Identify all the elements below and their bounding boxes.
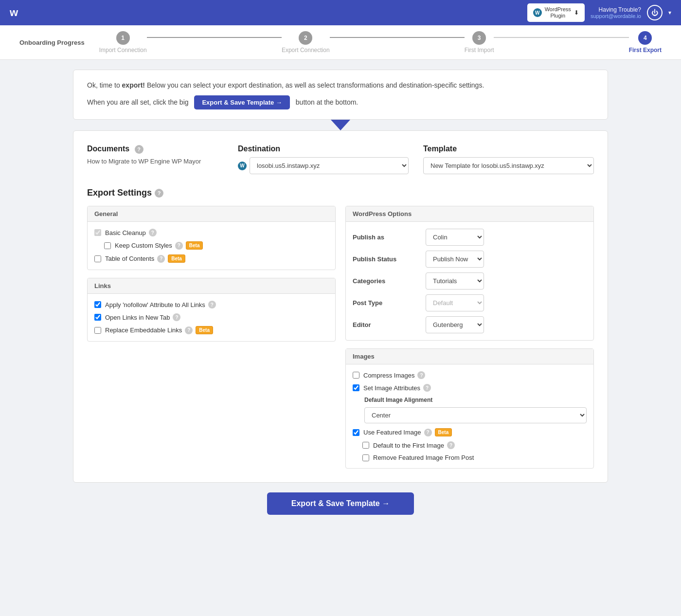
use-featured-beta-badge: Beta	[435, 428, 452, 436]
template-col: Template New Template for losobi.us5.ins…	[423, 145, 594, 174]
categories-label: Categories	[353, 277, 421, 285]
step-name-1: Import Connection	[99, 47, 147, 54]
general-section: General Basic Cleanup ? Kee	[87, 206, 336, 270]
alignment-select[interactable]: Center	[364, 407, 587, 423]
table-of-contents-label: Table of Contents ? Beta	[105, 254, 185, 263]
destination-select[interactable]: losobi.us5.instawp.xyz	[250, 157, 409, 174]
default-first-row: Default to the First Image ?	[362, 441, 587, 449]
step-circle-1: 1	[116, 31, 130, 45]
table-of-contents-checkbox[interactable]	[94, 255, 101, 262]
keep-custom-styles-checkbox[interactable]	[104, 242, 111, 249]
publish-status-field: Publish Now	[426, 251, 587, 268]
header-right: W WordPress Plugin ⬇ Having Trouble? sup…	[527, 3, 671, 22]
progress-bar: Onboarding Progress 1 Import Connection …	[0, 25, 681, 60]
step-name-4: First Export	[629, 47, 662, 54]
step-line-1	[147, 37, 282, 38]
set-image-attr-row: Set Image Attributes ?	[353, 384, 587, 392]
wordpress-icon: W	[533, 8, 542, 17]
info-text-1: Ok, time to export! Below you can select…	[87, 80, 594, 91]
compress-images-checkbox[interactable]	[353, 372, 359, 379]
open-new-tab-row: Open Links in New Tab ?	[94, 313, 328, 321]
step-circle-4: 4	[638, 31, 652, 45]
main-content: Ok, time to export! Below you can select…	[63, 70, 618, 529]
table-of-contents-row: Table of Contents ? Beta	[94, 254, 328, 263]
images-header: Images	[346, 349, 593, 364]
wp-plugin-label: WordPress Plugin	[545, 6, 571, 19]
default-first-checkbox[interactable]	[362, 442, 369, 449]
embeddable-checkbox[interactable]	[94, 327, 101, 334]
publish-as-label: Publish as	[353, 234, 421, 241]
destination-col: Destination W losobi.us5.instawp.xyz	[238, 145, 409, 174]
categories-field: Tutorials	[426, 272, 587, 290]
step-name-3: First Import	[465, 47, 494, 54]
post-type-select[interactable]: Default	[426, 294, 484, 311]
use-featured-checkbox[interactable]	[353, 429, 359, 436]
keep-custom-styles-row: Keep Custom Styles ? Beta	[104, 241, 328, 250]
step-first-import: 3 First Import	[465, 31, 494, 54]
basic-cleanup-row: Basic Cleanup ?	[94, 229, 328, 236]
nofollow-label: Apply 'nofollow' Attribute to All Links …	[105, 301, 216, 308]
post-type-label: Post Type	[353, 299, 421, 307]
nofollow-help-icon: ?	[208, 301, 216, 308]
destination-label: Destination	[238, 145, 409, 153]
wordpress-plugin-button[interactable]: W WordPress Plugin ⬇	[527, 3, 585, 22]
logo: w	[10, 6, 18, 19]
editor-field: Gutenberg	[426, 316, 587, 333]
set-image-attr-label: Set Image Attributes ?	[363, 384, 431, 392]
step-import-connection: 1 Import Connection	[99, 31, 147, 54]
trouble-label: Having Trouble?	[591, 6, 641, 13]
header-chevron-icon[interactable]: ▾	[668, 9, 671, 16]
remove-featured-checkbox[interactable]	[362, 454, 369, 461]
step-circle-3: 3	[472, 31, 486, 45]
template-label: Template	[423, 145, 594, 153]
info-text-2: When you are all set, click the big Expo…	[87, 95, 594, 109]
publish-status-select[interactable]: Publish Now	[426, 251, 484, 268]
compress-images-label: Compress Images ?	[363, 371, 425, 379]
toc-beta-badge: Beta	[168, 254, 185, 263]
basic-cleanup-checkbox[interactable]	[94, 229, 101, 236]
export-settings-help-icon: ?	[155, 189, 163, 198]
step-export-connection: 2 Export Connection	[282, 31, 330, 54]
remove-featured-label: Remove Featured Image From Post	[373, 454, 474, 461]
left-col: General Basic Cleanup ? Kee	[87, 206, 336, 469]
embeddable-beta-badge: Beta	[196, 326, 213, 334]
default-first-label: Default to the First Image ?	[373, 441, 455, 449]
wp-options-grid: Publish as Colin Publish Status Publish …	[353, 229, 587, 333]
use-featured-help-icon: ?	[424, 429, 432, 436]
open-new-tab-help-icon: ?	[173, 313, 180, 321]
categories-select[interactable]: Tutorials	[426, 272, 484, 290]
step-line-3	[494, 37, 628, 38]
toc-help-icon: ?	[157, 255, 165, 263]
set-image-attr-checkbox[interactable]	[353, 384, 359, 391]
post-type-field: Default	[426, 294, 587, 311]
step-name-2: Export Connection	[282, 47, 330, 54]
images-body: Compress Images ? Set Image Attributes ?	[346, 364, 593, 468]
export-save-template-button[interactable]: Export & Save Template →	[267, 492, 414, 515]
links-header: Links	[88, 278, 335, 294]
general-header: General	[88, 206, 335, 222]
nofollow-checkbox[interactable]	[94, 301, 101, 308]
use-featured-label: Use Featured Image ? Beta	[363, 428, 452, 436]
embeddable-row: Replace Embeddable Links ? Beta	[94, 326, 328, 334]
embeddable-help-icon: ?	[185, 326, 193, 334]
settings-card: Documents ? How to Migrate to WP Engine …	[73, 130, 608, 483]
export-settings-grid: General Basic Cleanup ? Kee	[87, 206, 594, 469]
download-icon: ⬇	[574, 9, 579, 16]
power-button[interactable]: ⏻	[647, 5, 663, 20]
documents-help-icon: ?	[135, 145, 143, 154]
editor-select[interactable]: Gutenberg	[426, 316, 484, 333]
support-email: support@wordable.io	[591, 13, 641, 19]
logo-text: w	[10, 6, 18, 19]
publish-as-field: Colin	[426, 229, 587, 246]
publish-as-select[interactable]: Colin	[426, 229, 484, 246]
template-select[interactable]: New Template for losobi.us5.instawp.xyz	[423, 157, 594, 174]
info-box: Ok, time to export! Below you can select…	[73, 70, 608, 120]
set-image-attr-help-icon: ?	[423, 384, 431, 392]
export-save-template-inline-button[interactable]: Export & Save Template →	[194, 95, 289, 109]
documents-label: Documents ?	[87, 145, 223, 154]
arrow-divider	[73, 120, 608, 130]
nofollow-row: Apply 'nofollow' Attribute to All Links …	[94, 301, 328, 308]
default-alignment-label: Default Image Alignment	[364, 397, 587, 403]
default-alignment-subsection: Default Image Alignment Center	[364, 397, 587, 423]
open-new-tab-checkbox[interactable]	[94, 314, 101, 321]
